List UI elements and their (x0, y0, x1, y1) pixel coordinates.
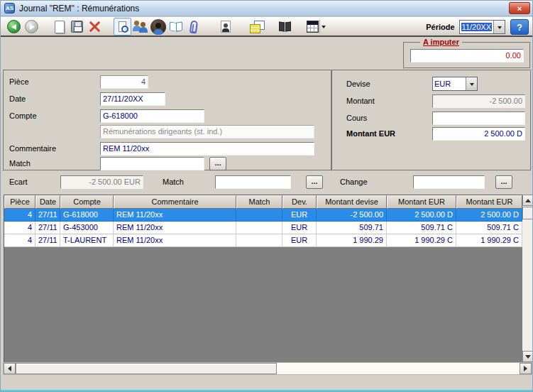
devise-label: Devise (346, 80, 370, 88)
back-icon[interactable] (5, 18, 23, 36)
column-header[interactable]: Commentaire (114, 195, 236, 209)
column-header[interactable]: Dev. (282, 195, 317, 209)
table-cell: EUR (282, 222, 317, 234)
close-icon: × (517, 4, 522, 13)
title-bar: AS Journal "REM" : Rémunérations × (1, 1, 533, 16)
column-header[interactable]: Compte (60, 195, 114, 209)
table-row[interactable]: 427/11G-453000REM 11/20xxEUR509.71509.71… (4, 222, 522, 234)
periode-combobox[interactable]: 11/20XX (459, 20, 505, 34)
scroll-down-icon[interactable] (522, 351, 533, 362)
scroll-left-icon[interactable] (4, 363, 16, 374)
table-cell: 27/11 (35, 222, 60, 234)
table-cell (236, 234, 282, 247)
table-cell: 509.71 C (456, 222, 522, 234)
table-cell: REM 11/20xx (114, 222, 236, 234)
date-field[interactable]: 27/11/20XX (100, 92, 165, 106)
journal-entries-table: PièceDateCompteCommentaireMatchDev.Monta… (4, 195, 522, 362)
compte-name-field: Rémunérations dirigeants (st. ind.) (100, 125, 314, 138)
save-icon[interactable] (68, 18, 86, 36)
ecart-label: Ecart (9, 178, 28, 186)
cours-field[interactable] (432, 111, 525, 125)
match-label: Match (9, 159, 31, 168)
table-view-icon[interactable] (308, 18, 326, 36)
window-bottom-edge (1, 390, 533, 391)
person-icon[interactable] (149, 18, 167, 36)
montant-field: -2 500.00 (432, 94, 525, 108)
window-title: Journal "REM" : Rémunérations (19, 4, 139, 13)
column-header[interactable]: Date (35, 195, 60, 209)
ledger-book-icon[interactable] (276, 18, 294, 36)
table-cell: 509.71 (317, 222, 387, 234)
devise-value: EUR (433, 77, 466, 90)
column-header[interactable]: Match (236, 195, 282, 209)
column-header[interactable]: Montant devise (317, 195, 387, 209)
close-button[interactable]: × (509, 2, 530, 14)
match-browse-button[interactable]: ... (209, 157, 226, 170)
vertical-scrollbar-thumb[interactable] (522, 207, 533, 219)
table-cell (236, 222, 282, 234)
forward-icon[interactable] (23, 18, 40, 36)
delete-icon[interactable] (86, 18, 104, 36)
ecart-match-browse-button[interactable]: ... (306, 175, 323, 189)
new-document-icon[interactable] (50, 18, 68, 36)
piece-label: Pièce (9, 77, 29, 86)
cours-label: Cours (346, 114, 367, 122)
report-list-icon[interactable] (248, 18, 266, 36)
compte-label: Compte (9, 111, 37, 120)
scroll-up-icon[interactable] (522, 195, 533, 206)
compte-field[interactable]: G-618000 (100, 109, 204, 123)
a-imputer-field: 0.00 (410, 49, 524, 62)
horizontal-scrollbar-thumb[interactable] (16, 363, 277, 374)
contacts-group-icon[interactable] (131, 18, 149, 36)
ecart-match-field[interactable] (215, 175, 291, 189)
status-strip (1, 375, 533, 390)
horizontal-scrollbar[interactable] (3, 362, 532, 375)
periode-value: 11/20XX (461, 23, 492, 31)
table-cell: 4 (4, 234, 35, 247)
ecart-match-label: Match (163, 178, 184, 186)
table-body: 427/11G-618000REM 11/20xxEUR-2 500.002 5… (4, 209, 522, 247)
periode-label: Période (426, 23, 454, 31)
column-header[interactable]: Pièce (4, 195, 35, 209)
periode-group: Période 11/20XX (426, 20, 505, 34)
column-header[interactable]: Montant EUR (387, 195, 456, 209)
periode-dropdown-icon[interactable] (493, 21, 505, 33)
table-cell: REM 11/20xx (114, 234, 236, 247)
catalog-book-icon[interactable] (167, 18, 185, 36)
montant-eur-field[interactable]: 2 500.00 D (432, 127, 525, 141)
table-cell (236, 209, 282, 222)
person-photo-icon[interactable] (216, 18, 234, 36)
devise-dropdown-icon[interactable] (466, 77, 477, 90)
print-preview-icon[interactable] (114, 18, 131, 36)
table-cell: EUR (282, 209, 317, 222)
montant-label: Montant (346, 97, 375, 105)
table-cell: 27/11 (35, 209, 60, 222)
table-cell: 4 (4, 209, 35, 222)
table-cell: 1 990.29 C (387, 234, 456, 247)
table-cell: 1 990.29 C (456, 234, 522, 247)
change-browse-button[interactable]: ... (495, 175, 512, 189)
scroll-right-icon[interactable] (520, 363, 532, 374)
table-cell: REM 11/20xx (114, 209, 236, 222)
table-row[interactable]: 427/11T-LAURENTREM 11/20xxEUR1 990.291 9… (4, 234, 522, 247)
column-header[interactable]: Montant EUR (456, 195, 522, 209)
match-field[interactable] (100, 157, 204, 170)
change-label: Change (340, 178, 368, 186)
table-cell: 1 990.29 (317, 234, 387, 247)
attachment-icon[interactable] (185, 18, 202, 36)
change-field[interactable] (413, 175, 485, 189)
commentaire-label: Commentaire (9, 144, 56, 153)
piece-field: 4 (100, 75, 148, 89)
table-row[interactable]: 427/11G-618000REM 11/20xxEUR-2 500.002 5… (4, 209, 522, 222)
table-view-dropdown-icon (319, 20, 327, 33)
table-cell: -2 500.00 (317, 209, 387, 222)
table-cell: 27/11 (35, 234, 60, 247)
devise-combobox[interactable]: EUR (432, 77, 478, 91)
help-button[interactable]: ? (510, 19, 529, 35)
table-cell: G-453000 (60, 222, 114, 234)
vertical-scrollbar[interactable] (522, 195, 533, 362)
commentaire-field[interactable]: REM 11/20xx (100, 142, 314, 156)
app-icon: AS (4, 3, 15, 13)
date-label: Date (9, 94, 26, 103)
a-imputer-group: A imputer 0.00 (403, 42, 531, 69)
